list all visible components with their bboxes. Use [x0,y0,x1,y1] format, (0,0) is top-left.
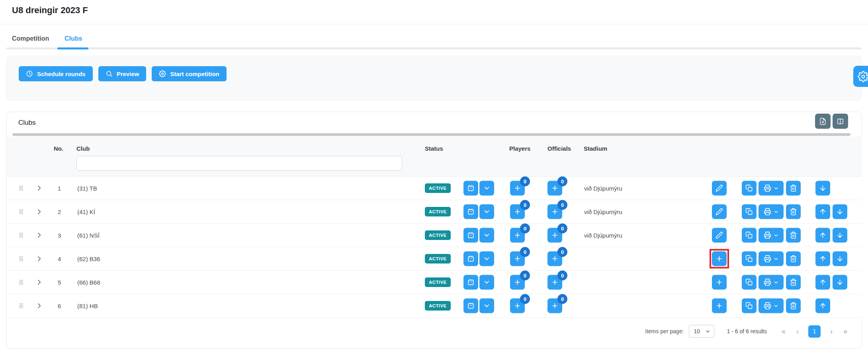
players-count-badge: 0 [520,294,530,304]
copy-club-button[interactable] [742,252,757,266]
tab-clubs[interactable]: Clubs [65,35,82,42]
last-page-button[interactable]: » [842,328,848,335]
move-down-button[interactable] [833,252,847,266]
previous-page-button[interactable]: ‹ [795,328,800,335]
schedule-button[interactable] [463,205,478,219]
expand-row-button[interactable] [36,256,43,262]
next-page-button[interactable]: › [829,328,834,335]
add-official-button[interactable]: 0 [547,181,562,196]
printer-icon [764,302,771,310]
items-per-page-select[interactable]: 10 [689,325,714,338]
chevron-down-icon [483,302,491,310]
delete-club-button[interactable] [786,181,801,196]
tab-competition[interactable]: Competition [12,35,49,42]
club-filter-input[interactable] [76,156,402,171]
column-header-players: Players [509,145,530,152]
expand-row-button[interactable] [36,279,43,286]
expand-row-button[interactable] [36,303,43,309]
copy-club-button[interactable] [742,228,757,243]
drag-handle-icon[interactable] [18,279,24,285]
schedule-button[interactable] [463,275,478,290]
start-competition-button[interactable]: Start competition [152,66,226,81]
move-up-button[interactable] [815,275,830,290]
add-official-button[interactable]: 0 [547,205,562,219]
edit-stadium-button[interactable] [712,181,727,196]
add-stadium-button[interactable] [712,299,727,313]
move-up-button[interactable] [815,205,830,219]
add-player-button[interactable]: 0 [510,252,525,266]
add-player-button[interactable]: 0 [510,275,525,290]
drag-handle-icon[interactable] [18,185,24,191]
print-dropdown-button[interactable] [759,205,784,219]
copy-club-button[interactable] [742,181,757,196]
add-stadium-button[interactable] [712,252,727,266]
schedule-dropdown-button[interactable] [479,252,494,266]
add-player-button[interactable]: 0 [510,181,525,196]
add-player-button[interactable]: 0 [510,205,525,219]
plus-icon [716,302,723,310]
column-header-no: No. [54,145,63,152]
delete-club-button[interactable] [786,299,801,313]
schedule-rounds-button[interactable]: Schedule rounds [19,66,93,81]
file-excel-icon [819,118,827,125]
expand-row-button[interactable] [36,185,43,192]
edit-stadium-button[interactable] [712,228,727,243]
trash-icon [790,279,797,286]
copy-icon [745,279,753,286]
horizontal-scrollbar[interactable] [12,133,850,136]
copy-club-button[interactable] [742,205,757,219]
schedule-button[interactable] [463,181,478,196]
schedule-button[interactable] [463,299,478,313]
officials-count-badge: 0 [557,294,567,304]
delete-club-button[interactable] [786,252,801,266]
move-down-button[interactable] [815,181,830,196]
schedule-dropdown-button[interactable] [479,275,494,290]
edit-stadium-button[interactable] [712,205,727,219]
export-excel-button[interactable] [815,114,831,129]
add-official-button[interactable]: 0 [547,299,562,313]
add-player-button[interactable]: 0 [510,228,525,243]
move-up-button[interactable] [815,299,830,313]
copy-club-button[interactable] [742,299,757,313]
schedule-dropdown-button[interactable] [479,205,494,219]
expand-row-button[interactable] [36,208,43,215]
drag-handle-icon[interactable] [18,232,24,238]
drag-handle-icon[interactable] [18,256,24,262]
toggle-columns-button[interactable] [833,114,848,129]
print-dropdown-button[interactable] [759,299,784,313]
schedule-dropdown-button[interactable] [479,181,494,196]
drag-handle-icon[interactable] [18,303,24,309]
add-stadium-button[interactable] [712,275,727,290]
expand-row-button[interactable] [36,232,43,239]
move-down-button[interactable] [833,275,847,290]
preview-button[interactable]: Preview [98,66,147,81]
first-page-button[interactable]: « [780,328,787,335]
players-count-badge: 0 [520,200,530,210]
print-dropdown-button[interactable] [759,275,784,290]
schedule-dropdown-button[interactable] [479,299,494,313]
trash-icon [790,302,797,310]
delete-club-button[interactable] [786,205,801,219]
chevron-right-icon [36,303,43,309]
print-dropdown-button[interactable] [759,252,784,266]
print-dropdown-button[interactable] [759,228,784,243]
schedule-button[interactable] [463,252,478,266]
add-official-button[interactable]: 0 [547,252,562,266]
move-down-button[interactable] [833,228,847,243]
delete-club-button[interactable] [786,275,801,290]
settings-flyout-button[interactable] [853,66,868,87]
move-down-button[interactable] [833,205,847,219]
move-up-button[interactable] [815,228,830,243]
schedule-button[interactable] [463,228,478,243]
move-up-button[interactable] [815,252,830,266]
calendar-icon [467,279,475,286]
drag-handle-icon[interactable] [18,208,24,215]
delete-club-button[interactable] [786,228,801,243]
add-official-button[interactable]: 0 [547,275,562,290]
print-dropdown-button[interactable] [759,181,784,196]
current-page-button[interactable]: 1 [808,325,821,338]
schedule-dropdown-button[interactable] [479,228,494,243]
copy-club-button[interactable] [742,275,757,290]
add-player-button[interactable]: 0 [510,299,525,313]
add-official-button[interactable]: 0 [547,228,562,243]
